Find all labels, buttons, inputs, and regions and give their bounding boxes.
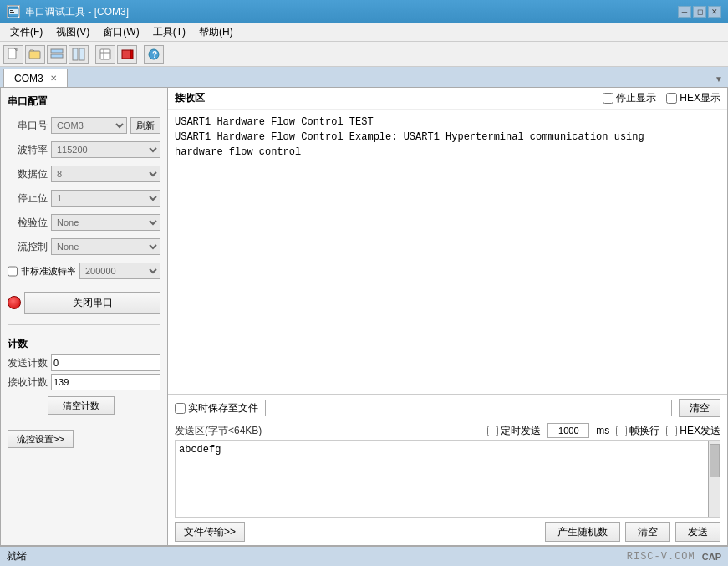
toolbar-settings-btn[interactable]: [95, 45, 115, 64]
menu-tools[interactable]: 工具(T): [146, 23, 192, 41]
databits-label: 数据位: [8, 167, 48, 181]
stopbits-row: 停止位 1: [8, 190, 160, 207]
tab-bar: COM3 ✕ ▼: [0, 67, 728, 87]
rx-count-row: 接收计数: [8, 374, 160, 390]
count-title: 计数: [8, 337, 160, 351]
parity-select[interactable]: None: [51, 214, 160, 231]
toolbar-grid1-btn[interactable]: [47, 45, 67, 64]
svg-rect-14: [122, 50, 130, 59]
interval-input[interactable]: [547, 423, 589, 438]
close-port-row: 关闭串口: [8, 292, 160, 314]
count-section: 计数 发送计数 接收计数 清空计数: [8, 337, 160, 415]
bottom-section: 实时保存至文件 清空 发送区(字节<64KB) 定时发送 ms: [168, 395, 727, 545]
toolbar-new-btn[interactable]: [3, 45, 23, 64]
clear-send-button[interactable]: 清空: [625, 522, 670, 542]
stop-display-checkbox[interactable]: [603, 93, 613, 104]
databits-row: 数据位 8: [8, 166, 160, 182]
receive-text: USART1 Hardware Flow Control TEST USART1…: [168, 110, 727, 394]
svg-rect-2: [10, 10, 13, 11]
baud-select[interactable]: 115200: [51, 141, 160, 158]
toolbar: ?: [0, 42, 728, 67]
close-port-button[interactable]: 关闭串口: [24, 292, 160, 314]
refresh-button[interactable]: 刷新: [130, 117, 160, 134]
hex-display-label[interactable]: HEX显示: [666, 91, 720, 105]
tx-count-input[interactable]: [51, 354, 160, 371]
nonstandard-row: 非标准波特率 200000: [8, 263, 160, 279]
port-select[interactable]: COM3: [51, 117, 127, 134]
send-scrollbar[interactable]: [708, 441, 720, 517]
rx-count-label: 接收计数: [8, 375, 48, 390]
receive-title: 接收区: [175, 91, 205, 105]
title-bar-left: 串口调试工具 - [COM3]: [7, 5, 129, 19]
tx-count-label: 发送计数: [8, 356, 48, 370]
receive-header: 接收区 停止显示 HEX显示: [168, 88, 727, 110]
send-textarea[interactable]: abcdefg: [176, 441, 708, 517]
flowctrl-label: 流控制: [8, 240, 48, 254]
flow-settings-button[interactable]: 流控设置>>: [8, 430, 74, 448]
menu-view[interactable]: 视图(V): [49, 23, 96, 41]
newline-label[interactable]: 帧换行: [616, 424, 659, 438]
menu-file[interactable]: 文件(F): [3, 23, 49, 41]
send-button[interactable]: 发送: [675, 522, 720, 542]
stopbits-select[interactable]: 1: [51, 190, 160, 207]
svg-rect-3: [10, 12, 14, 13]
tab-close-btn[interactable]: ✕: [50, 74, 57, 83]
nonstandard-checkbox[interactable]: [8, 266, 18, 277]
save-to-file-checkbox[interactable]: [175, 403, 186, 414]
risc-text: RISC-V.COM: [627, 551, 695, 563]
scheduled-send-label[interactable]: 定时发送: [487, 424, 541, 438]
tab-scroll-arrow[interactable]: ▼: [715, 74, 723, 84]
hex-send-checkbox[interactable]: [666, 426, 677, 436]
title-bar: 串口调试工具 - [COM3] ─ ◻ ✕: [0, 0, 728, 23]
tx-count-row: 发送计数: [8, 354, 160, 371]
menu-window[interactable]: 窗口(W): [96, 23, 145, 41]
file-transfer-button[interactable]: 文件传输>>: [175, 522, 245, 542]
toolbar-red-btn[interactable]: [117, 45, 137, 64]
clear-receive-button[interactable]: 清空: [679, 399, 720, 417]
led-indicator: [8, 296, 21, 309]
divider-1: [8, 324, 160, 325]
svg-rect-7: [51, 49, 63, 53]
send-actions: 文件传输>> 产生随机数 清空 发送: [168, 518, 727, 545]
status-bar: 就绪 RISC-V.COM CAP: [0, 546, 728, 566]
menu-help[interactable]: 帮助(H): [192, 23, 240, 41]
save-row: 实时保存至文件 清空: [168, 395, 727, 421]
clear-count-button[interactable]: 清空计数: [48, 396, 115, 415]
toolbar-help-btn[interactable]: ?: [144, 45, 164, 64]
flowctrl-select[interactable]: None: [51, 238, 160, 255]
save-checkbox-label[interactable]: 实时保存至文件: [175, 401, 258, 416]
serial-config-title: 串口配置: [8, 94, 160, 109]
tab-com3[interactable]: COM3 ✕: [3, 69, 68, 87]
close-button[interactable]: ✕: [708, 6, 721, 18]
baud-row: 波特率 115200: [8, 141, 160, 158]
svg-rect-8: [51, 54, 63, 58]
window-title: 串口调试工具 - [COM3]: [25, 5, 129, 19]
scheduled-send-checkbox[interactable]: [487, 426, 498, 436]
stop-display-label[interactable]: 停止显示: [603, 91, 656, 105]
right-panel: 接收区 停止显示 HEX显示 USART1 Hardware Flow Cont…: [168, 88, 727, 545]
hex-display-checkbox[interactable]: [666, 93, 677, 104]
random-button[interactable]: 产生随机数: [545, 522, 620, 542]
toolbar-grid2-btn[interactable]: [69, 45, 89, 64]
minimize-button[interactable]: ─: [678, 6, 691, 18]
parity-row: 检验位 None: [8, 214, 160, 231]
nonstandard-select[interactable]: 200000: [79, 263, 160, 279]
toolbar-open-btn[interactable]: [25, 45, 45, 64]
save-path-input[interactable]: [265, 400, 672, 416]
restore-button[interactable]: ◻: [693, 6, 706, 18]
rx-count-input[interactable]: [51, 374, 160, 390]
newline-checkbox[interactable]: [616, 426, 627, 436]
menu-bar: 文件(F) 视图(V) 窗口(W) 工具(T) 帮助(H): [0, 23, 728, 42]
svg-text:?: ?: [152, 50, 157, 59]
parity-label: 检验位: [8, 216, 48, 230]
status-right: RISC-V.COM CAP: [627, 551, 721, 563]
svg-rect-15: [130, 50, 133, 59]
svg-rect-4: [8, 48, 16, 59]
svg-rect-6: [29, 51, 40, 59]
databits-select[interactable]: 8: [51, 166, 160, 182]
send-scrollbar-thumb: [710, 444, 720, 477]
status-text: 就绪: [7, 549, 27, 563]
tab-com3-label: COM3: [14, 73, 43, 84]
receive-area: 接收区 停止显示 HEX显示 USART1 Hardware Flow Cont…: [168, 88, 727, 395]
hex-send-label[interactable]: HEX发送: [666, 424, 720, 438]
